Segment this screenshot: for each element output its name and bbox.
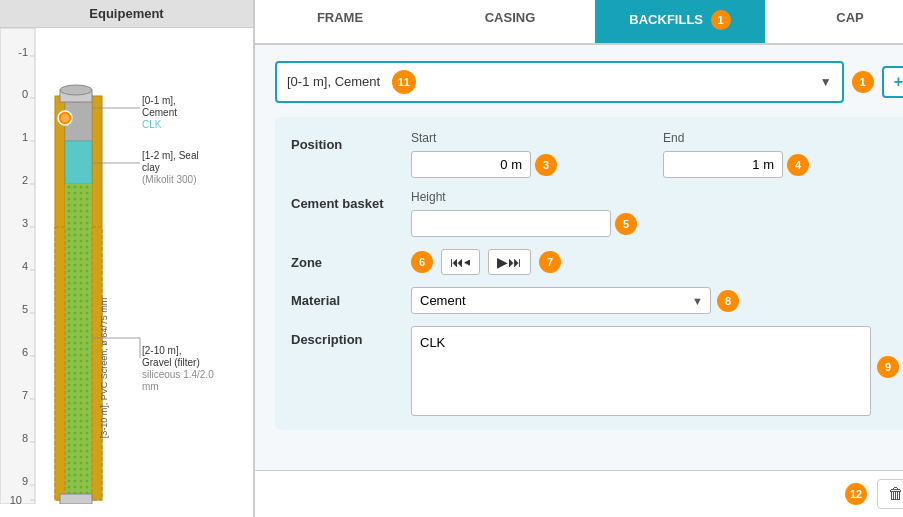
svg-text:siliceous 1.4/2.0: siliceous 1.4/2.0 (142, 369, 214, 380)
zone-fwd-badge: 7 (539, 251, 561, 273)
height-input[interactable] (411, 210, 611, 237)
selector-arrow-icon: ▼ (820, 75, 832, 89)
end-group: End 4 (663, 131, 899, 178)
material-label: Material (291, 287, 401, 308)
pipe-diagram: -1 0 1 2 3 4 5 6 7 8 (0, 28, 253, 504)
bottom-row: 12 🗑 (255, 470, 903, 517)
selector-badge: 11 (392, 70, 416, 94)
start-badge: 3 (535, 154, 557, 176)
svg-rect-35 (55, 227, 65, 500)
svg-point-39 (60, 85, 92, 95)
item-selector[interactable]: [0-1 m], Cement 11 ▼ (275, 61, 844, 103)
start-label: Start (411, 131, 647, 145)
svg-text:4: 4 (22, 260, 28, 272)
description-wrapper: CLK 9 (411, 326, 899, 416)
form-section: Position Start 3 (275, 117, 903, 430)
svg-text:[2-10 m],: [2-10 m], (142, 345, 181, 356)
svg-text:0: 0 (22, 88, 28, 100)
tab-frame[interactable]: FRAME (255, 0, 425, 43)
material-badge: 8 (717, 290, 739, 312)
zone-controls: 6 ⏮◀ ▶⏭ 7 (411, 249, 561, 275)
start-input[interactable] (411, 151, 531, 178)
svg-text:CLK: CLK (142, 119, 162, 130)
end-label: End (663, 131, 899, 145)
zone-back-button[interactable]: ⏮◀ (441, 249, 480, 275)
svg-text:1: 1 (22, 131, 28, 143)
svg-text:Gravel (filter): Gravel (filter) (142, 357, 200, 368)
svg-text:mm: mm (142, 381, 159, 392)
description-textarea[interactable]: CLK (411, 326, 871, 416)
start-group: Start 3 (411, 131, 647, 178)
svg-text:9: 9 (22, 475, 28, 487)
svg-text:-1: -1 (18, 46, 28, 58)
bottom-badge: 12 (845, 483, 867, 505)
svg-rect-41 (60, 494, 92, 504)
end-badge: 4 (787, 154, 809, 176)
svg-text:[0-1 m],: [0-1 m], (142, 95, 176, 106)
tabs: FRAME CASING BACKFILLS 1 CAP (255, 0, 903, 45)
material-select[interactable]: Cement (411, 287, 711, 314)
height-label: Height (411, 190, 637, 204)
svg-text:5: 5 (22, 303, 28, 315)
svg-text:clay: clay (142, 162, 160, 173)
position-row: Position Start 3 (291, 131, 899, 178)
basket-label: Cement basket (291, 190, 401, 211)
selector-right-badge: 1 (852, 71, 874, 93)
svg-text:Cement: Cement (142, 107, 177, 118)
svg-text:[1-2 m], Seal: [1-2 m], Seal (142, 150, 199, 161)
svg-text:2: 2 (22, 174, 28, 186)
tab-cap[interactable]: CAP (765, 0, 903, 43)
end-input[interactable] (663, 151, 783, 178)
material-wrapper: Cement 8 (411, 287, 739, 314)
zone-fwd-button[interactable]: ▶⏭ (488, 249, 531, 275)
delete-button[interactable]: 🗑 (877, 479, 903, 509)
zone-row: Zone 6 ⏮◀ ▶⏭ 7 (291, 249, 899, 275)
add-button[interactable]: + (882, 66, 903, 98)
backfills-badge: 1 (711, 10, 731, 30)
content-area: [0-1 m], Cement 11 ▼ 1 + Position St (255, 45, 903, 470)
svg-text:(Mikolit 300): (Mikolit 300) (142, 174, 196, 185)
svg-text:[3-10 m], PVC Screen, ø 64/75 : [3-10 m], PVC Screen, ø 64/75 mm (99, 298, 109, 439)
svg-text:6: 6 (22, 346, 28, 358)
equipment-header: Equipement (0, 0, 253, 28)
description-row: Description CLK 9 (291, 326, 899, 416)
basket-fields: Height 5 (411, 190, 637, 237)
delete-icon: 🗑 (888, 485, 903, 502)
svg-rect-0 (0, 28, 35, 504)
zone-label: Zone (291, 249, 401, 270)
description-badge: 9 (877, 356, 899, 378)
height-badge: 5 (615, 213, 637, 235)
svg-rect-33 (65, 184, 92, 500)
right-panel: FRAME CASING BACKFILLS 1 CAP [0-1 m], Ce… (255, 0, 903, 517)
position-label: Position (291, 131, 401, 152)
svg-text:10: 10 (10, 494, 22, 504)
svg-text:7: 7 (22, 389, 28, 401)
tab-backfills[interactable]: BACKFILLS 1 (595, 0, 765, 43)
selector-row: [0-1 m], Cement 11 ▼ 1 + (275, 61, 903, 103)
position-fields: Start 3 End (411, 131, 899, 178)
left-panel: Equipement -1 0 1 2 3 4 (0, 0, 255, 517)
tab-casing[interactable]: CASING (425, 0, 595, 43)
svg-rect-29 (65, 141, 92, 184)
basket-row: Cement basket Height 5 (291, 190, 899, 237)
svg-text:8: 8 (22, 432, 28, 444)
diagram-area: -1 0 1 2 3 4 5 6 7 8 (0, 28, 253, 517)
zone-back-badge: 6 (411, 251, 433, 273)
description-label: Description (291, 326, 401, 347)
selector-text: [0-1 m], Cement 11 (287, 70, 416, 94)
material-row: Material Cement 8 (291, 287, 899, 314)
svg-text:3: 3 (22, 217, 28, 229)
svg-point-43 (61, 114, 69, 122)
